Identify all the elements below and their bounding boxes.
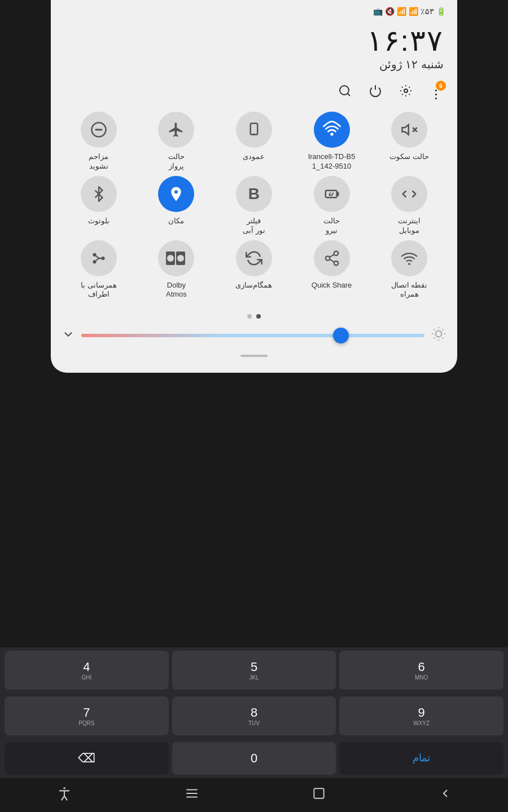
nav-bar bbox=[0, 778, 508, 812]
svg-line-38 bbox=[443, 329, 444, 330]
key-0[interactable]: 0 bbox=[172, 742, 336, 775]
brightness-thumb[interactable] bbox=[333, 328, 349, 343]
bluetooth-icon bbox=[81, 176, 117, 212]
power-saving-label: حالتنیرو bbox=[323, 217, 340, 236]
tile-dolby[interactable]: DolbyAtmos bbox=[146, 240, 207, 300]
screen-rotation-label: عمودی bbox=[243, 152, 265, 162]
keyboard-row-2: 7 PQRS 8 TUV 9 WXYZ bbox=[0, 693, 508, 739]
quick-tiles-row-1: مزاحمنشوید حالتپرواز عمودی bbox=[60, 112, 448, 171]
svg-point-39 bbox=[63, 787, 65, 789]
tile-mobile-data[interactable]: اینترنتموبایل bbox=[379, 176, 440, 236]
svg-line-37 bbox=[434, 338, 435, 339]
location-icon bbox=[158, 176, 194, 212]
blue-light-label: فیلترنور آبی bbox=[243, 217, 265, 236]
svg-point-29 bbox=[408, 263, 410, 265]
key-backspace[interactable]: ⌫ bbox=[5, 742, 169, 775]
brightness-slider[interactable] bbox=[81, 334, 424, 337]
dot-2 bbox=[256, 314, 261, 319]
tile-silent[interactable]: حالت سکوت bbox=[379, 112, 440, 171]
svg-point-0 bbox=[404, 89, 408, 92]
quick-tiles-row-2: بلوتوث مکان B فیلترنور آبی bbox=[60, 176, 448, 236]
nav-accessibility[interactable] bbox=[56, 785, 72, 805]
quick-share-label: Quick Share bbox=[312, 281, 352, 290]
search-button[interactable] bbox=[334, 80, 356, 102]
notification-panel: 🔋 ٪۵۳ 📶 📶 🔇 📺 ۱۶:۳۷ شنبه ۱۲ ژوئن 6 ⋮ bbox=[51, 0, 457, 373]
key-9[interactable]: 9 WXYZ bbox=[339, 696, 503, 735]
tile-power-saving[interactable]: حالتنیرو bbox=[301, 176, 362, 236]
screen-rotation-icon bbox=[236, 112, 272, 148]
airplane-label: حالتپرواز bbox=[168, 152, 185, 171]
svg-rect-9 bbox=[325, 191, 336, 198]
mute-icon: 🔇 bbox=[385, 7, 395, 16]
hotspot-label: نقطه اتصالهمراه bbox=[391, 281, 428, 300]
nav-recents[interactable] bbox=[185, 786, 199, 804]
do-not-disturb-icon bbox=[81, 112, 117, 148]
svg-point-19 bbox=[98, 257, 100, 259]
time-date-area: ۱۶:۳۷ شنبه ۱۲ ژوئن bbox=[51, 20, 457, 77]
drag-handle bbox=[240, 355, 268, 357]
key-4[interactable]: 4 GHI bbox=[5, 651, 169, 690]
sync-icon bbox=[236, 240, 272, 276]
quick-tiles-container: مزاحمنشوید حالتپرواز عمودی bbox=[51, 109, 457, 306]
control-buttons-row: 6 ⋮ bbox=[51, 77, 457, 109]
tile-quick-share[interactable]: Quick Share bbox=[301, 240, 362, 300]
key-done[interactable]: تمام bbox=[339, 742, 503, 775]
tile-location[interactable]: مکان bbox=[146, 176, 207, 236]
svg-line-28 bbox=[329, 254, 334, 257]
location-label: مکان bbox=[168, 217, 184, 226]
svg-line-34 bbox=[443, 338, 444, 339]
settings-button[interactable] bbox=[395, 80, 417, 102]
tile-nearby-share[interactable]: همرسانی بااطراف bbox=[68, 240, 129, 300]
expand-icon[interactable] bbox=[62, 328, 75, 343]
status-icons: 🔋 ٪۵۳ 📶 📶 🔇 📺 bbox=[373, 7, 446, 16]
nav-back[interactable] bbox=[439, 787, 452, 804]
do-not-disturb-label: مزاحمنشوید bbox=[89, 152, 108, 171]
tile-bluetooth[interactable]: بلوتوث bbox=[68, 176, 129, 236]
svg-line-27 bbox=[329, 259, 334, 262]
signal-icon: 📶 bbox=[409, 7, 418, 16]
notification-button[interactable]: 6 ⋮ bbox=[426, 81, 446, 101]
wifi-label: Irancell-TD-B5142-9510_1 bbox=[308, 152, 356, 171]
svg-point-30 bbox=[436, 331, 442, 337]
power-saving-icon bbox=[314, 176, 350, 212]
svg-point-22 bbox=[167, 255, 174, 262]
tile-sync[interactable]: همگام‌سازی bbox=[224, 240, 284, 300]
battery-icon: 🔋 bbox=[436, 7, 446, 16]
keyboard-area: 4 GHI 5 JKL 6 MNO 7 PQRS 8 TUV 9 WXYZ ⌫ bbox=[0, 647, 508, 778]
brightness-row bbox=[51, 324, 457, 347]
nav-home[interactable] bbox=[312, 786, 326, 804]
svg-point-24 bbox=[334, 251, 338, 255]
keyboard-row-3: ⌫ 0 تمام bbox=[0, 739, 508, 778]
svg-point-26 bbox=[334, 261, 338, 266]
key-7[interactable]: 7 PQRS bbox=[5, 696, 169, 735]
svg-rect-4 bbox=[251, 123, 258, 135]
page-dots bbox=[51, 314, 457, 319]
wifi-status-icon: 📶 bbox=[397, 7, 406, 16]
svg-point-18 bbox=[101, 256, 104, 259]
key-8[interactable]: 8 TUV bbox=[172, 696, 336, 735]
keyboard-row-1: 4 GHI 5 JKL 6 MNO bbox=[0, 647, 508, 693]
time-display: ۱۶:۳۷ bbox=[51, 26, 444, 55]
tile-screen-rotation[interactable]: عمودی bbox=[224, 112, 284, 171]
sync-label: همگام‌سازی bbox=[235, 281, 272, 290]
wifi-icon bbox=[314, 112, 350, 148]
brightness-sun-icon bbox=[431, 326, 446, 345]
mobile-data-label: اینترنتموبایل bbox=[398, 217, 421, 236]
tile-hotspot[interactable]: نقطه اتصالهمراه bbox=[379, 240, 440, 300]
svg-point-17 bbox=[93, 260, 96, 263]
dot-1 bbox=[247, 314, 252, 319]
tile-do-not-disturb[interactable]: مزاحمنشوید bbox=[68, 112, 129, 171]
quick-tiles-row-3: همرسانی بااطراف DolbyAtmos bbox=[60, 240, 448, 300]
key-6[interactable]: 6 MNO bbox=[339, 651, 503, 690]
tile-blue-light[interactable]: B فیلترنور آبی bbox=[224, 176, 284, 236]
svg-point-6 bbox=[330, 133, 333, 135]
svg-line-12 bbox=[332, 192, 334, 195]
tile-wifi[interactable]: Irancell-TD-B5142-9510_1 bbox=[301, 112, 362, 171]
date-display: شنبه ۱۲ ژوئن bbox=[51, 58, 444, 71]
svg-rect-43 bbox=[314, 788, 323, 798]
dolby-label: DolbyAtmos bbox=[166, 281, 187, 300]
power-button[interactable] bbox=[365, 80, 386, 102]
key-5[interactable]: 5 JKL bbox=[172, 651, 336, 690]
tile-airplane[interactable]: حالتپرواز bbox=[146, 112, 207, 171]
cast-icon: 📺 bbox=[373, 7, 383, 16]
